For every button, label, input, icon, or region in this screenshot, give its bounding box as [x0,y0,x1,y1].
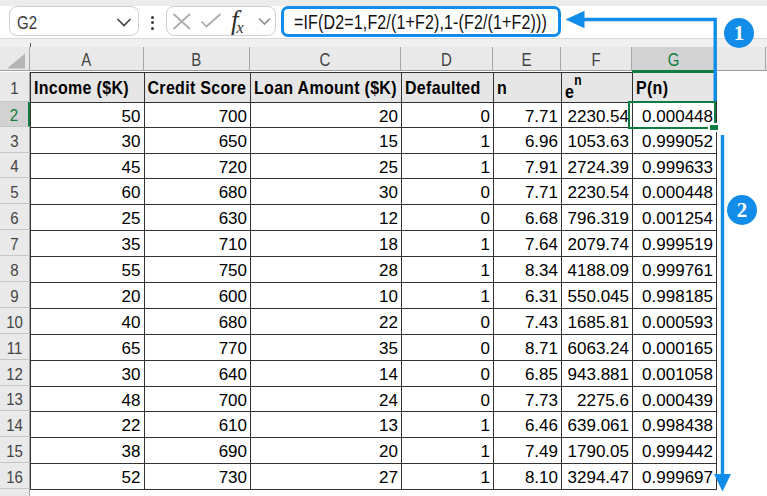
svg-text:2: 2 [737,198,748,222]
svg-text:1: 1 [734,21,745,45]
